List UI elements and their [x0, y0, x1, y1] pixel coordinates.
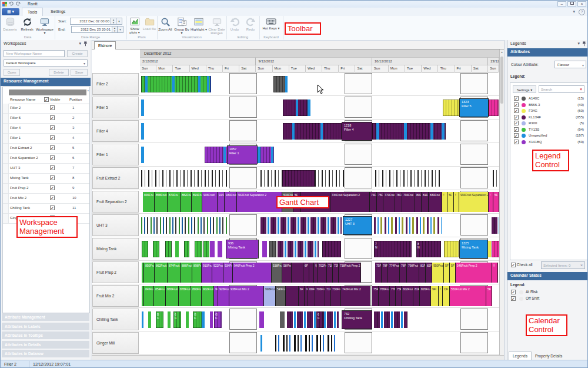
task-bar[interactable] [283, 123, 342, 140]
task-bar[interactable] [372, 123, 446, 140]
task-segment[interactable]: 58!Fru [282, 263, 292, 283]
task-segment[interactable]: 5F [486, 286, 492, 306]
task-segment[interactable]: 706Frui [315, 286, 325, 306]
create-workspace-button[interactable]: Create [67, 50, 88, 57]
task-sequence[interactable]: 84!Fru854Fru866Fruit878Fruit890Fru902Fru… [142, 286, 492, 306]
task-segment[interactable]: 882Fru [181, 192, 192, 212]
task-segment[interactable]: 854Fru [154, 286, 166, 306]
horizontal-scrollbar[interactable] [92, 355, 504, 360]
task-bar[interactable] [203, 241, 209, 257]
hot-keys-button[interactable]: Hot Keys ▾ [262, 17, 280, 30]
column-visible[interactable]: ✓ Visible [44, 97, 60, 102]
task-bar[interactable]: 732Chilling Tank [342, 310, 372, 329]
task-bar[interactable] [210, 311, 213, 328]
task-segment[interactable] [292, 263, 303, 283]
task-segment[interactable]: 938Fruit Mix 2 [229, 286, 264, 306]
task-bar[interactable] [142, 311, 143, 328]
task-bar[interactable] [207, 76, 209, 92]
visible-checkbox[interactable]: ✓ [50, 125, 55, 130]
task-segment[interactable]: 730Frui [331, 286, 341, 306]
undo-button[interactable]: Undo [227, 17, 242, 31]
legend-item-checkbox[interactable]: ✓ [514, 121, 519, 125]
task-segment[interactable]: 54!Fru [276, 286, 286, 306]
task-bar[interactable] [374, 311, 407, 328]
table-row[interactable]: Filler 1✓4 [3, 134, 89, 144]
legend-item[interactable]: ✓X141BQ(59) [510, 140, 587, 146]
task-segment[interactable]: 934Fru [223, 263, 233, 283]
task-segment[interactable]: 5F [493, 192, 499, 212]
task-segment[interactable]: 5F [447, 192, 454, 212]
task-bar[interactable] [271, 147, 273, 163]
task-bar[interactable]: BC [156, 311, 163, 328]
task-segment[interactable]: 77Fr [390, 286, 396, 306]
task-bar[interactable] [430, 123, 433, 140]
task-bar[interactable]: 1218Filler 4 [342, 122, 372, 141]
task-bar[interactable] [223, 147, 226, 163]
task-segment[interactable]: 82Fr [426, 263, 432, 283]
visible-checkbox[interactable]: ✓ [50, 185, 55, 190]
task-bar[interactable] [142, 241, 148, 257]
task-segment[interactable]: 830Frui [429, 192, 442, 212]
column-resource-name[interactable]: Resource Name [10, 98, 35, 101]
task-bar[interactable]: 8N [416, 241, 441, 257]
task-segment[interactable]: 550Fruit Mix 2 [450, 286, 486, 306]
task-bar[interactable] [210, 241, 215, 257]
legend-item-checkbox[interactable]: ✓ [514, 127, 519, 132]
delete-workspace-button[interactable]: Delete [49, 69, 69, 76]
task-segment[interactable]: 81Fr [413, 286, 420, 306]
minimize-button[interactable]: – [557, 1, 566, 6]
task-segment[interactable]: ! [442, 192, 447, 212]
legend-item[interactable]: ✓KL134F(355) [510, 115, 587, 121]
task-segment[interactable]: 738Fruit Prep 2 [339, 263, 361, 283]
task-segment[interactable]: 84!Fru [144, 286, 154, 306]
end-dropdown[interactable]: ▾ [118, 26, 123, 33]
task-segment[interactable]: 75Fr [372, 286, 379, 306]
task-segment[interactable]: 878Fruit [179, 286, 191, 306]
task-bar[interactable] [175, 241, 179, 257]
task-bar[interactable] [282, 170, 315, 187]
datasets-button[interactable]: Datasets [2, 17, 18, 31]
task-segment[interactable]: 81Fr [419, 263, 426, 283]
task-bar[interactable] [275, 335, 337, 352]
task-bar[interactable] [198, 76, 201, 92]
task-bar[interactable] [315, 170, 344, 187]
load-file-button[interactable]: Load file [142, 17, 156, 31]
clear-selection-icon[interactable]: × [580, 263, 583, 267]
task-bar[interactable] [145, 76, 148, 92]
task-segment[interactable] [309, 263, 314, 283]
vertical-scroll-thumb[interactable] [500, 57, 503, 104]
task-segment[interactable]: 6F [299, 286, 305, 306]
task-bar[interactable] [375, 170, 442, 187]
start-dropdown[interactable]: ▾ [116, 18, 122, 25]
visible-checkbox[interactable]: ✓ [50, 195, 55, 200]
close-button[interactable]: × [577, 1, 586, 6]
visible-all-checkbox[interactable]: ✓ [44, 97, 49, 102]
legend-item[interactable]: ✓A140C(15) [510, 96, 587, 102]
table-scroll-up-icon[interactable]: ▴ [87, 88, 89, 92]
task-segment[interactable]: 5F [450, 263, 456, 283]
table-row[interactable]: Filler 4✓3 [3, 124, 89, 134]
task-bar[interactable] [148, 311, 151, 328]
task-segment[interactable]: 72Fr [333, 263, 339, 283]
accordion-section-attributes-in-datarow[interactable]: Attributes in Datarow [2, 350, 89, 357]
end-date-input[interactable]: 2012 Dec 23 20:01 [71, 26, 112, 33]
task-segment[interactable]: 71Fr [327, 263, 333, 283]
clear-search-icon[interactable]: × [580, 87, 582, 91]
task-segment[interactable]: 858Fruit [155, 192, 168, 212]
task-segment[interactable]: 894Fru [192, 192, 202, 212]
task-bar[interactable] [489, 100, 499, 116]
panel-menu-icon[interactable]: ▾ [577, 41, 580, 46]
table-row[interactable]: Chilling Tank✓11 [3, 204, 89, 214]
calendar-state-item[interactable]: ✓At Risk [511, 290, 587, 296]
task-segment[interactable]: 826Frui [420, 286, 431, 306]
table-row[interactable]: Filler 5✓2 [3, 114, 89, 124]
task-sequence[interactable]: 75Fr78Fr774Frui78Fr798Frui81Fr82Fr950Fru… [375, 263, 498, 283]
task-bar[interactable] [258, 147, 260, 163]
task-segment[interactable]: 874Fruit [168, 263, 181, 283]
task-segment[interactable]: 850Fru [144, 263, 155, 283]
tab-tools[interactable]: Tools [22, 8, 43, 16]
task-segment[interactable]: CF [443, 286, 450, 306]
end-spinner[interactable]: ▲▼ [112, 26, 118, 33]
table-row[interactable]: Fruit Mix 2✓10 [3, 194, 89, 204]
visible-checkbox[interactable]: ✓ [50, 165, 55, 170]
